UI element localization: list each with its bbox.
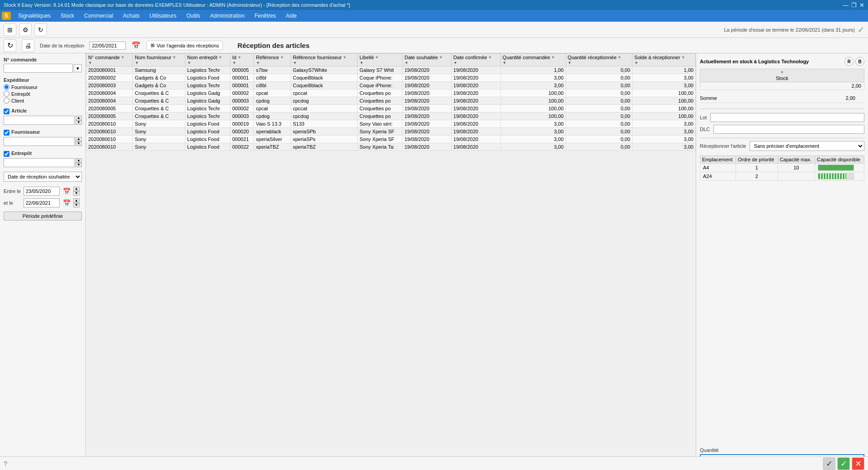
table-row[interactable]: 2020080004Croquettes & CLogistics Gadg00… — [86, 89, 696, 97]
commande-input[interactable] — [4, 64, 73, 73]
grid-icon-btn[interactable]: ⊞ — [4, 24, 16, 36]
sort-reference-btn[interactable]: ▼ — [280, 55, 284, 60]
filter-fournisseur-icon[interactable]: ▼ — [135, 61, 139, 65]
entre-le-up-btn[interactable]: ▲ — [73, 187, 80, 191]
calendar-btn[interactable]: 📅 — [131, 41, 141, 51]
article-input[interactable] — [4, 116, 75, 125]
menu-signaletiques[interactable]: Signalétiques — [14, 12, 55, 20]
table-row[interactable]: 2020080001SamsungLogistics Techr000005s7… — [86, 66, 696, 74]
entre-le-calendar[interactable]: 📅 — [61, 186, 71, 196]
menu-aide[interactable]: Aide — [281, 12, 301, 20]
table-row[interactable]: 2020080010SonyLogistics Food000020xperia… — [86, 128, 696, 136]
table-row[interactable]: 2020080004Croquettes & CLogistics Gadg00… — [86, 97, 696, 105]
menu-outils[interactable]: Outils — [182, 12, 205, 20]
filter-entrepot-icon[interactable]: ▼ — [187, 61, 191, 65]
table-row[interactable]: 2020080010SonyLogistics Food000019Vaio S… — [86, 120, 696, 128]
confirm-btn[interactable]: ✓ — [837, 457, 850, 470]
sort-libelle-btn[interactable]: ▼ — [375, 55, 379, 60]
periode-predefined-btn[interactable]: Période prédéfinie — [4, 212, 82, 221]
entrepot-input[interactable] — [4, 158, 75, 167]
sort-fournisseur-btn[interactable]: ▼ — [172, 55, 176, 60]
radio-client[interactable]: Client — [4, 98, 82, 103]
sort-solde-btn[interactable]: ▼ — [681, 55, 685, 60]
sort-qte-receptionnee-btn[interactable]: ▼ — [618, 55, 622, 60]
agenda-btn[interactable]: ⊞ Voir l'agenda des réceptions — [146, 41, 223, 50]
subtoolbar-print-btn[interactable]: 🖨 — [22, 39, 34, 52]
table-row[interactable]: 2020080005Croquettes & CLogistics Techr0… — [86, 105, 696, 113]
maximize-btn[interactable]: ❐ — [851, 2, 857, 9]
filter-date-souhaitee-icon[interactable]: ▼ — [405, 61, 409, 65]
menu-administration[interactable]: Administration — [206, 12, 249, 20]
table-row[interactable]: 2020080010SonyLogistics Food000021xperia… — [86, 136, 696, 143]
filter-qte-receptionnee-icon[interactable]: ▼ — [568, 61, 572, 65]
radio-entrepot[interactable]: Entrepôt — [4, 91, 82, 97]
sort-date-confirmee-btn[interactable]: ▼ — [488, 55, 492, 60]
table-row[interactable]: 2020080002Gadgets & CoLogistics Food0000… — [86, 74, 696, 82]
entrepot-down-btn[interactable]: ▼ — [75, 163, 82, 167]
menu-achats[interactable]: Achats — [118, 12, 144, 20]
article-down-btn[interactable]: ▼ — [75, 120, 82, 125]
article-checkbox[interactable] — [4, 108, 9, 114]
badge-r-btn[interactable]: R — [844, 57, 854, 66]
table-row[interactable]: 2020080010SonyLogistics Food000022xperia… — [86, 143, 696, 151]
filter-commande-icon[interactable]: ▼ — [88, 61, 92, 65]
menu-commercial[interactable]: Commercial — [80, 12, 118, 20]
titlebar-controls[interactable]: — ❐ ✕ — [843, 2, 864, 9]
et-le-down-btn[interactable]: ▼ — [73, 203, 80, 207]
sort-id-btn[interactable]: ▼ — [237, 55, 241, 60]
entre-le-down-btn[interactable]: ▼ — [73, 191, 80, 196]
stock-filter-icon[interactable]: ▼ — [780, 70, 784, 75]
fournisseur-up-btn[interactable]: ▲ — [75, 137, 82, 141]
entrepot-up-btn[interactable]: ▲ — [75, 158, 82, 163]
sort-commande-btn[interactable]: ▼ — [121, 55, 125, 60]
menu-fenetres[interactable]: Fenêtres — [250, 12, 280, 20]
entrepot-checkbox[interactable] — [4, 151, 9, 157]
filter-date-confirmee-icon[interactable]: ▼ — [453, 61, 458, 65]
commande-dropdown-btn[interactable]: ▼ — [74, 64, 82, 72]
article-up-btn[interactable]: ▲ — [75, 116, 82, 120]
filter-qte-commandee-icon[interactable]: ▼ — [503, 61, 507, 65]
sort-date-souhaitee-btn[interactable]: ▼ — [439, 55, 443, 60]
filter-reference-icon[interactable]: ▼ — [256, 61, 260, 65]
logo-btn[interactable]: S — [2, 12, 11, 20]
entre-le-input[interactable] — [24, 187, 60, 196]
radio-entrepot-input[interactable] — [4, 91, 9, 97]
menu-stock[interactable]: Stock — [56, 12, 79, 20]
fournisseur-down-btn[interactable]: ▼ — [75, 141, 82, 146]
check-btn[interactable]: ✓ — [823, 457, 835, 470]
minimize-btn[interactable]: — — [843, 2, 849, 9]
filter-ref-fourn-icon[interactable]: ▼ — [293, 61, 297, 65]
et-le-input[interactable] — [24, 198, 60, 207]
location-row[interactable]: A4110 — [700, 164, 864, 172]
location-row[interactable]: A242 — [700, 172, 864, 181]
reception-select[interactable]: Sans préciser d'emplacement — [750, 141, 864, 151]
fournisseur-input[interactable] — [4, 137, 75, 146]
dlc-input[interactable] — [713, 125, 864, 134]
date-filter-select[interactable]: Date de réception souhaitée — [4, 172, 82, 182]
date-input[interactable] — [90, 42, 126, 50]
table-row[interactable]: 2020080005Croquettes & CLogistics Techr0… — [86, 113, 696, 120]
radio-fournisseur[interactable]: Fournisseur — [4, 84, 82, 90]
et-le-up-btn[interactable]: ▲ — [73, 198, 80, 203]
badge-b-btn[interactable]: B — [855, 57, 864, 66]
refresh-icon-btn[interactable]: ↻ — [34, 24, 47, 36]
subtoolbar-refresh-btn[interactable]: ↻ — [4, 39, 16, 52]
radio-client-input[interactable] — [4, 98, 9, 103]
menu-utilisateurs[interactable]: Utilisateurs — [145, 12, 181, 20]
fournisseur-checkbox[interactable] — [4, 130, 9, 136]
settings-icon-btn[interactable]: ⚙ — [19, 24, 32, 36]
lot-input[interactable] — [710, 113, 864, 122]
filter-id-icon[interactable]: ▼ — [232, 61, 236, 65]
table-row[interactable]: 2020080003Gadgets & CoLogistics Techr000… — [86, 82, 696, 89]
help-icon[interactable]: ? — [4, 460, 7, 467]
sort-qte-commandee-btn[interactable]: ▼ — [551, 55, 555, 60]
et-le-calendar[interactable]: 📅 — [61, 198, 71, 208]
filter-solde-icon[interactable]: ▼ — [634, 61, 638, 65]
radio-fournisseur-input[interactable] — [4, 84, 9, 90]
cancel-btn[interactable]: ✕ — [852, 457, 864, 470]
sort-ref-fourn-btn[interactable]: ▼ — [343, 55, 347, 60]
table-cell: Vaio S 13.3 — [254, 120, 291, 128]
sort-entrepot-btn[interactable]: ▼ — [218, 55, 222, 60]
filter-libelle-icon[interactable]: ▼ — [359, 61, 363, 65]
close-btn[interactable]: ✕ — [859, 2, 864, 9]
